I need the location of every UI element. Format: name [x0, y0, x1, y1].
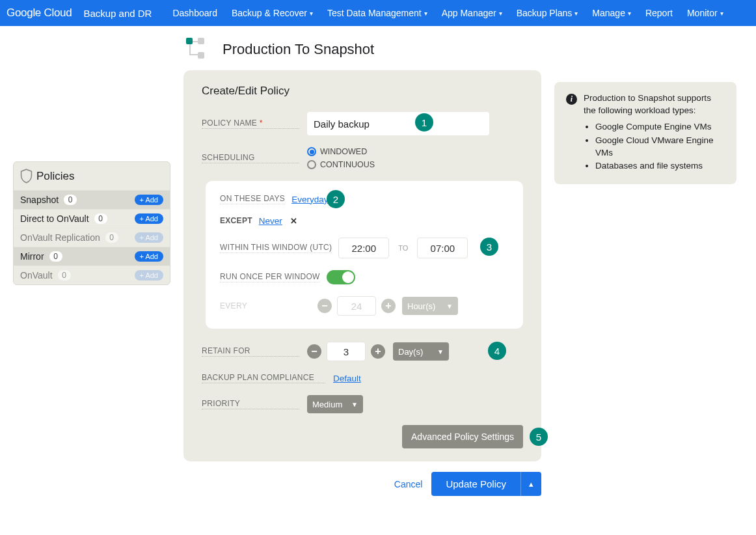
add-policy-button[interactable]: + Add [135, 251, 163, 262]
nav-item-backup-recover[interactable]: Backup & Recover▾ [232, 8, 313, 18]
window-to-input[interactable] [417, 238, 468, 258]
nav-item-dashboard[interactable]: Dashboard [172, 8, 217, 18]
add-policy-button[interactable]: + Add [135, 213, 163, 224]
scheduling-label: SCHEDULING [202, 153, 299, 163]
policy-name: OnVault [20, 270, 53, 281]
chevron-down-icon: ▾ [628, 10, 631, 17]
annotation-badge-4: 4 [488, 342, 506, 360]
priority-select[interactable]: Medium▼ [307, 395, 363, 413]
except-clear-icon[interactable]: ✕ [290, 216, 297, 226]
info-list-item: Google Cloud VMware Engine VMs [595, 135, 725, 159]
chevron-down-icon: ▾ [310, 10, 313, 17]
logo: Google Cloud [7, 7, 72, 20]
retain-plus-button[interactable]: + [371, 344, 385, 359]
nav-item-monitor[interactable]: Monitor▾ [687, 8, 723, 18]
chevron-down-icon: ▾ [424, 10, 427, 17]
annotation-badge-1: 1 [415, 113, 433, 131]
every-label: EVERY [220, 301, 311, 311]
nav-item-manage[interactable]: Manage▾ [592, 8, 631, 18]
on-these-days-label: ON THESE DAYS [220, 194, 285, 204]
schedule-box: ON THESE DAYS Everyday 2 EXCEPT Never ✕ … [206, 181, 523, 329]
every-minus-button[interactable]: − [317, 299, 332, 313]
cancel-button[interactable]: Cancel [394, 479, 423, 489]
snapshot-tree-icon [186, 38, 209, 61]
policy-count: 0 [64, 195, 77, 205]
policy-row[interactable]: Direct to OnVault0+ Add [14, 209, 170, 228]
run-once-label: RUN ONCE PER WINDOW [220, 272, 320, 282]
advanced-policy-settings-button[interactable]: Advanced Policy Settings [402, 425, 523, 448]
info-panel: i Production to Snapshot supports the fo… [554, 82, 736, 184]
within-window-label: WITHIN THIS WINDOW (UTC) [220, 243, 332, 253]
policy-name-input[interactable] [307, 112, 489, 135]
policy-count: 0 [94, 213, 107, 224]
nav-items: DashboardBackup & Recover▾Test Data Mana… [172, 8, 723, 18]
policy-name-label: POLICY NAME * [202, 118, 299, 129]
nav-item-report[interactable]: Report [645, 8, 673, 18]
annotation-badge-5: 5 [530, 428, 548, 446]
update-policy-button[interactable]: Update Policy [431, 472, 520, 496]
scheduling-continuous-radio[interactable]: CONTINUOUS [307, 160, 375, 169]
section-title: Create/Edit Policy [202, 85, 523, 98]
annotation-badge-2: 2 [327, 190, 345, 208]
to-label: TO [398, 244, 408, 252]
policies-title: Policies [36, 170, 75, 183]
info-icon: i [566, 94, 577, 105]
policy-count: 0 [58, 270, 71, 281]
compliance-label: BACKUP PLAN COMPLIANCE [202, 373, 325, 383]
policy-count: 0 [49, 251, 62, 262]
window-from-input[interactable] [338, 238, 389, 258]
add-policy-button[interactable]: + Add [135, 195, 163, 205]
nav-item-test-data-management[interactable]: Test Data Management▾ [327, 8, 427, 18]
add-policy-button: + Add [135, 270, 163, 281]
page-title: Production To Snapshot [223, 41, 374, 58]
info-list-item: Databases and file systems [595, 160, 725, 172]
compliance-link[interactable]: Default [333, 374, 361, 383]
chevron-down-icon: ▾ [499, 10, 502, 17]
info-list-item: Google Compute Engine VMs [595, 121, 725, 133]
every-unit-select[interactable]: Hour(s)▼ [402, 297, 458, 315]
policy-name: Mirror [20, 251, 44, 262]
policies-header: Policies [14, 162, 170, 190]
policies-box: Policies Snapshot0+ AddDirect to OnVault… [13, 161, 170, 285]
nav-item-app-manager[interactable]: App Manager▾ [442, 8, 502, 18]
every-value[interactable]: 24 [337, 296, 376, 316]
logo-cloud: Cloud [44, 7, 72, 19]
info-lead: Production to Snapshot supports the foll… [584, 92, 725, 117]
add-policy-button: + Add [135, 232, 163, 243]
run-once-toggle[interactable] [327, 270, 355, 284]
policy-row: OnVault0+ Add [14, 266, 170, 284]
every-plus-button[interactable]: + [381, 299, 396, 313]
policy-name: Snapshot [20, 195, 59, 205]
retain-for-label: RETAIN FOR [202, 346, 299, 357]
priority-label: PRIORITY [202, 399, 299, 409]
policy-row[interactable]: Snapshot0+ Add [14, 190, 170, 209]
policy-row: OnVault Replication0+ Add [14, 228, 170, 247]
nav-item-backup-plans[interactable]: Backup Plans▾ [517, 8, 578, 18]
chevron-down-icon: ▾ [720, 10, 723, 17]
form-card: Create/Edit Policy POLICY NAME * 1 SCHED… [183, 70, 541, 461]
retain-unit-select[interactable]: Day(s)▼ [393, 342, 449, 361]
update-policy-dropdown-button[interactable]: ▴ [520, 472, 541, 496]
policy-count: 0 [105, 232, 118, 243]
policy-row[interactable]: Mirror0+ Add [14, 247, 170, 266]
policy-name: Direct to OnVault [20, 213, 89, 224]
retain-minus-button[interactable]: − [307, 344, 321, 359]
top-nav: Google Cloud Backup and DR DashboardBack… [0, 0, 756, 26]
on-these-days-link[interactable]: Everyday [291, 195, 328, 204]
logo-google: Google [7, 7, 41, 19]
scheduling-windowed-radio[interactable]: WINDOWED [307, 147, 375, 156]
annotation-badge-3: 3 [480, 238, 498, 256]
chevron-down-icon: ▾ [574, 10, 578, 17]
shield-icon [20, 169, 33, 184]
except-label: EXCEPT [220, 216, 252, 226]
except-link[interactable]: Never [259, 216, 282, 226]
retain-value[interactable]: 3 [327, 342, 366, 361]
policy-name: OnVault Replication [20, 232, 100, 243]
product-title: Backup and DR [83, 8, 152, 19]
